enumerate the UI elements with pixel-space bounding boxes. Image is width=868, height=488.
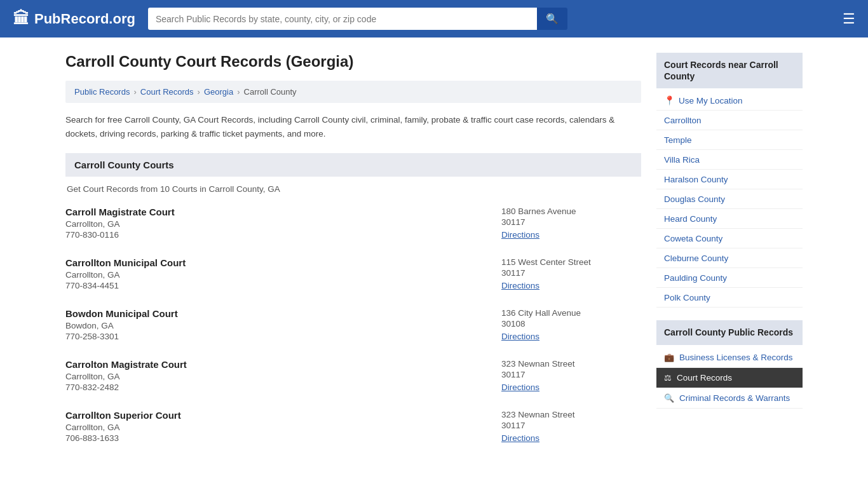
breadcrumb-sep-2: › bbox=[198, 87, 200, 97]
content-area: Carroll County Court Records (Georgia) P… bbox=[65, 53, 641, 461]
search-icon: 🔍 bbox=[546, 13, 559, 24]
sidebar-record-item-2[interactable]: 🔍 Criminal Records & Warrants bbox=[656, 388, 803, 409]
sidebar-link[interactable]: Villa Rica bbox=[664, 155, 700, 165]
sidebar-item-paulding-county[interactable]: Paulding County bbox=[656, 268, 803, 288]
sidebar-nearby-items: CarrolltonTempleVilla RicaHaralson Count… bbox=[656, 111, 803, 308]
court-phone: 770-834-4451 bbox=[65, 281, 186, 290]
sidebar-record-item-0[interactable]: 💼 Business Licenses & Records bbox=[656, 348, 803, 368]
sidebar-link[interactable]: Temple bbox=[664, 135, 692, 145]
court-address-2: 136 City Hall Avenue 30108 Directions bbox=[501, 308, 641, 341]
address-line: 180 Barnes Avenue bbox=[501, 207, 641, 216]
record-link-2[interactable]: Criminal Records & Warrants bbox=[679, 393, 790, 403]
menu-button[interactable]: ☰ bbox=[843, 11, 855, 27]
court-location: Carrollton, GA bbox=[65, 270, 186, 280]
breadcrumb-current: Carroll County bbox=[244, 87, 297, 97]
court-entry: Bowdon Municipal Court Bowdon, GA 770-25… bbox=[65, 308, 641, 341]
record-icon-0: 💼 bbox=[664, 353, 674, 362]
record-link-0[interactable]: Business Licenses & Records bbox=[679, 353, 793, 362]
court-name: Carrollton Municipal Court bbox=[65, 257, 186, 268]
address-line: 323 Newnan Street bbox=[501, 359, 641, 369]
site-logo[interactable]: 🏛 PubRecord.org bbox=[13, 9, 135, 29]
court-address-0: 180 Barnes Avenue 30117 Directions bbox=[501, 207, 641, 240]
court-location: Carrollton, GA bbox=[65, 219, 175, 229]
directions-link[interactable]: Directions bbox=[501, 230, 539, 240]
sidebar-item-haralson-county[interactable]: Haralson County bbox=[656, 170, 803, 189]
directions-link[interactable]: Directions bbox=[501, 383, 539, 392]
location-icon: 📍 bbox=[664, 95, 675, 105]
address-zip: 30117 bbox=[501, 421, 641, 430]
record-link-1[interactable]: Court Records bbox=[677, 373, 732, 383]
address-zip: 30117 bbox=[501, 217, 641, 227]
courts-description: Get Court Records from 10 Courts in Carr… bbox=[65, 184, 641, 194]
sidebar-link[interactable]: Carrollton bbox=[664, 116, 702, 125]
menu-icon: ☰ bbox=[843, 11, 855, 27]
sidebar-item-temple[interactable]: Temple bbox=[656, 130, 803, 150]
courts-list: Carroll Magistrate Court Carrollton, GA … bbox=[65, 207, 641, 443]
sidebar-link[interactable]: Haralson County bbox=[664, 175, 728, 184]
address-line: 136 City Hall Avenue bbox=[501, 308, 641, 318]
sidebar-item-coweta-county[interactable]: Coweta County bbox=[656, 229, 803, 248]
breadcrumb: Public Records › Court Records › Georgia… bbox=[65, 81, 641, 103]
court-name: Carrolton Magistrate Court bbox=[65, 359, 187, 370]
sidebar-link[interactable]: Paulding County bbox=[664, 273, 727, 283]
breadcrumb-court-records[interactable]: Court Records bbox=[140, 87, 194, 97]
address-line: 115 West Center Street bbox=[501, 257, 641, 267]
address-zip: 30117 bbox=[501, 268, 641, 278]
sidebar-record-item-1[interactable]: ⚖ Court Records bbox=[656, 368, 803, 388]
site-header: 🏛 PubRecord.org 🔍 ☰ bbox=[0, 0, 868, 37]
court-location: Carrollton, GA bbox=[65, 372, 187, 381]
directions-link[interactable]: Directions bbox=[501, 281, 539, 290]
sidebar-public-records: Carroll County Public Records 💼 Business… bbox=[656, 320, 803, 408]
directions-link[interactable]: Directions bbox=[501, 332, 539, 341]
court-info-1: Carrollton Municipal Court Carrollton, G… bbox=[65, 257, 186, 290]
sidebar-public-records-title: Carroll County Public Records bbox=[656, 320, 803, 344]
breadcrumb-georgia[interactable]: Georgia bbox=[204, 87, 233, 97]
sidebar-link[interactable]: Cleburne County bbox=[664, 254, 728, 263]
search-input[interactable] bbox=[148, 8, 537, 30]
logo-icon: 🏛 bbox=[13, 9, 29, 29]
sidebar-item-villa-rica[interactable]: Villa Rica bbox=[656, 150, 803, 170]
search-bar: 🔍 bbox=[148, 8, 567, 30]
court-address-4: 323 Newnan Street 30117 Directions bbox=[501, 410, 641, 443]
sidebar-link[interactable]: Polk County bbox=[664, 293, 710, 302]
court-entry: Carrollton Municipal Court Carrollton, G… bbox=[65, 257, 641, 290]
page-title: Carroll County Court Records (Georgia) bbox=[65, 53, 641, 71]
breadcrumb-sep-1: › bbox=[133, 87, 136, 97]
breadcrumb-sep-3: › bbox=[237, 87, 240, 97]
court-name: Carroll Magistrate Court bbox=[65, 207, 175, 217]
sidebar-item-carrollton[interactable]: Carrollton bbox=[656, 111, 803, 130]
logo-text: PubRecord.org bbox=[34, 11, 135, 27]
court-address-1: 115 West Center Street 30117 Directions bbox=[501, 257, 641, 290]
court-phone: 770-258-3301 bbox=[65, 332, 178, 341]
court-info-2: Bowdon Municipal Court Bowdon, GA 770-25… bbox=[65, 308, 178, 341]
sidebar-link[interactable]: Douglas County bbox=[664, 194, 725, 204]
breadcrumb-public-records[interactable]: Public Records bbox=[74, 87, 130, 97]
court-info-3: Carrolton Magistrate Court Carrollton, G… bbox=[65, 359, 187, 392]
sidebar-link[interactable]: Heard County bbox=[664, 214, 717, 224]
court-phone: 770-832-2482 bbox=[65, 383, 187, 392]
court-entry: Carrolton Magistrate Court Carrollton, G… bbox=[65, 359, 641, 392]
search-button[interactable]: 🔍 bbox=[537, 8, 567, 30]
sidebar-nearby-list: 📍 Use My Location CarrolltonTempleVilla … bbox=[656, 91, 803, 308]
sidebar-record-items: 💼 Business Licenses & Records ⚖ Court Re… bbox=[656, 348, 803, 409]
court-phone: 770-830-0116 bbox=[65, 230, 175, 240]
court-phone: 706-883-1633 bbox=[65, 433, 181, 443]
record-icon-1: ⚖ bbox=[664, 373, 672, 383]
main-container: Carroll County Court Records (Georgia) P… bbox=[53, 37, 815, 476]
sidebar-item-polk-county[interactable]: Polk County bbox=[656, 288, 803, 308]
court-location: Carrollton, GA bbox=[65, 423, 181, 432]
directions-link[interactable]: Directions bbox=[501, 433, 539, 443]
sidebar-item-heard-county[interactable]: Heard County bbox=[656, 209, 803, 229]
page-description: Search for free Carroll County, GA Court… bbox=[65, 113, 641, 140]
courts-section-title: Carroll County Courts bbox=[65, 153, 641, 177]
sidebar-item-douglas-county[interactable]: Douglas County bbox=[656, 189, 803, 209]
sidebar-nearby-title: Court Records near Carroll County bbox=[656, 53, 803, 88]
sidebar-link[interactable]: Coweta County bbox=[664, 234, 722, 243]
sidebar-use-location[interactable]: 📍 Use My Location bbox=[656, 91, 803, 111]
use-location-link[interactable]: Use My Location bbox=[679, 96, 743, 105]
sidebar: Court Records near Carroll County 📍 Use … bbox=[656, 53, 803, 461]
address-line: 323 Newnan Street bbox=[501, 410, 641, 419]
address-zip: 30117 bbox=[501, 370, 641, 379]
court-name: Carrollton Superior Court bbox=[65, 410, 181, 421]
sidebar-item-cleburne-county[interactable]: Cleburne County bbox=[656, 248, 803, 268]
